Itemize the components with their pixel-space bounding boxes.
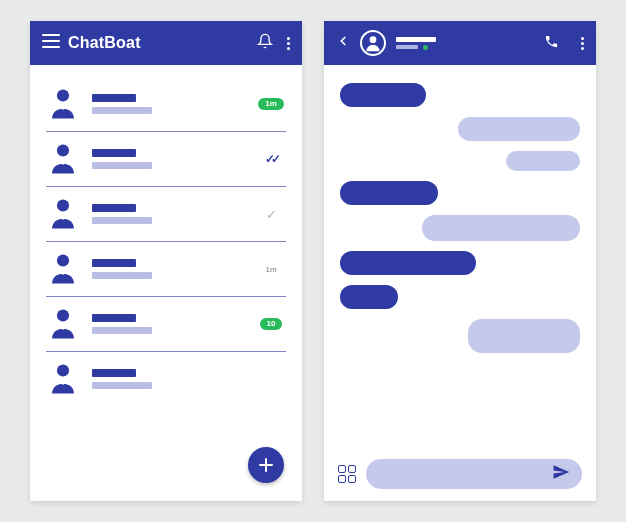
contact-preview-placeholder (92, 272, 152, 279)
contact-name-placeholder (92, 314, 136, 322)
unread-badge: 10 (260, 318, 283, 330)
svg-rect-8 (61, 215, 66, 219)
contact-info (92, 204, 244, 224)
contact-row[interactable]: 10 (46, 296, 286, 351)
call-icon[interactable] (544, 34, 559, 53)
message-input[interactable] (366, 459, 582, 489)
back-icon[interactable] (336, 34, 350, 52)
svg-point-7 (57, 199, 69, 211)
contact-info (92, 369, 244, 389)
contact-avatar (46, 87, 80, 121)
conversation-title (396, 37, 534, 50)
composer (324, 453, 596, 501)
contact-preview-placeholder (92, 217, 152, 224)
svg-point-3 (57, 89, 69, 101)
contact-preview-placeholder (92, 382, 152, 389)
conversation-avatar[interactable] (360, 30, 386, 56)
contact-avatar (46, 307, 80, 341)
contact-row[interactable]: 1m (46, 241, 286, 296)
contact-row[interactable] (46, 351, 286, 406)
message-list (324, 65, 596, 453)
message-bubble-incoming[interactable] (340, 181, 438, 205)
svg-point-5 (57, 144, 69, 156)
contact-row[interactable]: ✓✓ (46, 131, 286, 186)
svg-point-13 (57, 364, 69, 376)
contacts-header: ChatBoat (30, 21, 302, 65)
contact-preview-placeholder (92, 327, 152, 334)
conversation-more-icon[interactable] (581, 37, 584, 50)
svg-point-11 (57, 309, 69, 321)
contact-avatar (46, 142, 80, 176)
sent-receipt-icon: ✓ (266, 207, 277, 222)
svg-point-9 (57, 254, 69, 266)
message-row (340, 83, 580, 107)
contact-info (92, 149, 244, 169)
message-bubble-incoming[interactable] (340, 83, 426, 107)
contact-list: 1m ✓✓ ✓ 1m 10 (30, 65, 302, 501)
message-bubble-incoming[interactable] (340, 251, 476, 275)
svg-rect-10 (61, 270, 66, 274)
message-row (340, 251, 580, 275)
attachments-icon[interactable] (338, 465, 356, 483)
message-bubble-outgoing[interactable] (506, 151, 580, 171)
svg-point-17 (370, 36, 377, 43)
contacts-screen: ChatBoat 1m ✓✓ (30, 21, 302, 501)
contact-info (92, 94, 244, 114)
contact-name-placeholder (92, 369, 136, 377)
hamburger-icon[interactable] (42, 34, 60, 52)
app-title: ChatBoat (68, 34, 141, 52)
contact-name-placeholder (92, 149, 136, 157)
contact-row[interactable]: 1m (30, 69, 302, 131)
online-status-dot (423, 45, 428, 50)
last-activity-time: 1m (265, 265, 276, 274)
contact-name-placeholder (92, 94, 136, 102)
message-row (340, 285, 580, 309)
unread-badge: 1m (258, 98, 284, 110)
contact-info (92, 259, 244, 279)
svg-rect-4 (61, 105, 66, 109)
conversation-header (324, 21, 596, 65)
message-bubble-outgoing[interactable] (468, 319, 580, 353)
notification-icon[interactable] (257, 33, 273, 53)
new-chat-button[interactable] (248, 447, 284, 483)
message-row (340, 181, 580, 205)
message-bubble-incoming[interactable] (340, 285, 398, 309)
svg-rect-14 (61, 380, 66, 384)
message-row (340, 319, 580, 353)
contact-info (92, 314, 244, 334)
message-bubble-outgoing[interactable] (458, 117, 580, 141)
more-menu-icon[interactable] (287, 37, 290, 50)
conversation-screen (324, 21, 596, 501)
contact-row[interactable]: ✓ (46, 186, 286, 241)
svg-rect-6 (61, 160, 66, 164)
contact-avatar (46, 197, 80, 231)
contact-avatar (46, 252, 80, 286)
send-icon[interactable] (552, 463, 570, 485)
message-row (340, 117, 580, 141)
message-bubble-outgoing[interactable] (422, 215, 580, 241)
message-row (340, 151, 580, 171)
message-row (340, 215, 580, 241)
contact-name-placeholder (92, 204, 136, 212)
contact-preview-placeholder (92, 162, 152, 169)
svg-rect-12 (61, 325, 66, 329)
read-receipt-icon: ✓✓ (265, 152, 277, 166)
contact-avatar (46, 362, 80, 396)
contact-preview-placeholder (92, 107, 152, 114)
contact-name-placeholder (92, 259, 136, 267)
